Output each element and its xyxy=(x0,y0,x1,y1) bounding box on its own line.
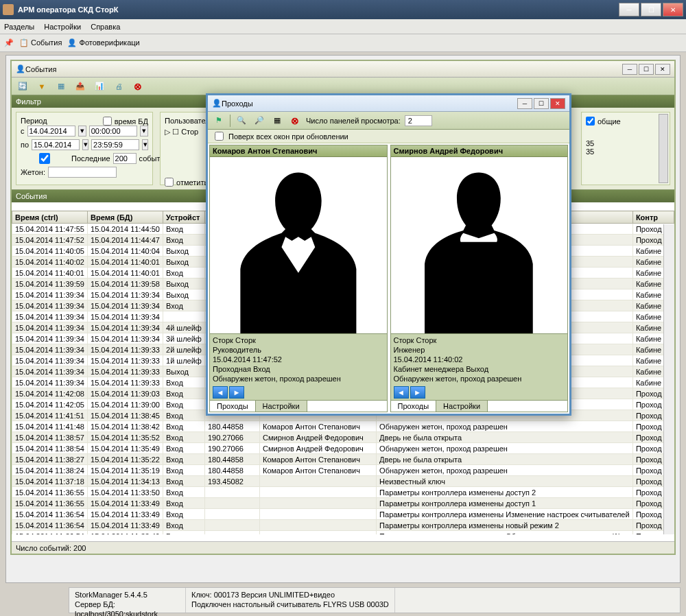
common-scroll[interactable] xyxy=(659,114,668,183)
date-to-dd[interactable]: ▾ xyxy=(82,139,88,150)
table-row[interactable]: 15.04.2014 11:38:2715.04.2014 11:35:22Вх… xyxy=(12,454,674,465)
common-group: общие 35 35 xyxy=(581,112,670,185)
time-from-dd[interactable]: ▾ xyxy=(140,126,148,137)
photo-tab[interactable]: 👤 Фотоверификаци xyxy=(67,38,139,47)
stop2-button[interactable]: ⊗ xyxy=(288,114,302,128)
col-time-ctrl[interactable]: Время (ctrl) xyxy=(12,211,88,224)
table-row[interactable]: 15.04.2014 11:36:5415.04.2014 11:33:49Вх… xyxy=(12,520,674,531)
panel2-tab-settings[interactable]: Настройки xyxy=(436,401,488,412)
panel1-prev[interactable]: ◄ xyxy=(213,386,228,399)
col-device[interactable]: Устройст xyxy=(163,211,205,224)
events-minimize[interactable]: ─ xyxy=(622,64,637,75)
menu-settings[interactable]: Настройки xyxy=(44,23,81,31)
date-to[interactable] xyxy=(32,139,80,150)
grid-scrollbar[interactable] xyxy=(663,224,674,534)
token-input[interactable] xyxy=(48,167,117,178)
col-time-db[interactable]: Время (БД) xyxy=(88,211,163,224)
main-toolbar: 📌 📋 События 👤 Фотоверификаци xyxy=(0,34,686,52)
flag-button[interactable]: ⚑ xyxy=(212,114,226,128)
refresh-button[interactable]: 🔄 xyxy=(16,80,29,93)
time-from[interactable] xyxy=(89,126,137,137)
zoom-out-button[interactable]: 🔎 xyxy=(252,114,266,128)
minimize-button[interactable]: ─ xyxy=(619,3,639,16)
panel1-tab-passes[interactable]: Проходы xyxy=(210,401,256,412)
table-row[interactable]: 15.04.2014 11:38:2415.04.2014 11:35:19Вх… xyxy=(12,465,674,476)
col-ctrl[interactable]: Контр xyxy=(632,211,674,224)
panel2-tab-passes[interactable]: Проходы xyxy=(391,401,437,412)
app-title: АРМ оператора СКД СторК xyxy=(18,5,619,14)
panels-count[interactable] xyxy=(405,115,432,126)
common-check[interactable] xyxy=(586,117,595,126)
last-count[interactable] xyxy=(113,153,137,164)
menu-sections[interactable]: Разделы xyxy=(4,23,34,31)
table-row[interactable]: 15.04.2014 11:38:5715.04.2014 11:35:52Вх… xyxy=(12,432,674,443)
panel1-tab-settings[interactable]: Настройки xyxy=(256,401,307,412)
panel1-info: Сторк Сторк Руководитель 15.04.2014 11:4… xyxy=(210,333,387,385)
table-row[interactable]: 15.04.2014 11:36:5415.04.2014 11:33:49Вх… xyxy=(12,531,674,535)
panel2-info: Сторк Сторк Инженер 15.04.2014 11:40:02 … xyxy=(391,333,568,385)
date-from[interactable] xyxy=(27,126,75,137)
events-close[interactable]: ✕ xyxy=(655,64,670,75)
app-icon xyxy=(3,4,14,15)
date-from-dd[interactable]: ▾ xyxy=(78,126,86,137)
pin-icon[interactable]: 📌 xyxy=(4,38,14,47)
events-maximize[interactable]: ☐ xyxy=(639,64,654,75)
panel-2: Смирнов Андрей Федорович Сторк Сторк Инж… xyxy=(390,145,569,412)
events-title: События xyxy=(25,65,621,73)
panel2-name: Смирнов Андрей Федорович xyxy=(391,145,568,157)
table-row[interactable]: 15.04.2014 11:36:5415.04.2014 11:33:49Вх… xyxy=(12,509,674,520)
mark-check[interactable] xyxy=(165,178,174,187)
events-titlebar: 👤 События ─ ☐ ✕ xyxy=(12,61,674,78)
filter-button[interactable]: ▼ xyxy=(35,80,49,93)
time-to[interactable] xyxy=(91,139,139,150)
events-tab[interactable]: 📋 События xyxy=(19,38,62,47)
menu-help[interactable]: Справка xyxy=(91,23,120,31)
panel1-next[interactable]: ► xyxy=(229,386,244,399)
passes-title: Проходы xyxy=(222,99,516,108)
app-titlebar: АРМ оператора СКД СторК ─ ☐ ✕ xyxy=(0,0,686,19)
last-check[interactable] xyxy=(21,153,69,164)
time-db-check[interactable] xyxy=(103,117,112,126)
ontop-check[interactable] xyxy=(215,132,224,141)
passes-maximize[interactable]: ☐ xyxy=(534,98,549,109)
passes-close[interactable]: ✕ xyxy=(550,98,565,109)
passes-minimize[interactable]: ─ xyxy=(517,98,532,109)
menu-bar: Разделы Настройки Справка xyxy=(0,19,686,34)
zoom-in-button[interactable]: 🔍 xyxy=(235,114,248,128)
passes-icon: 👤 xyxy=(212,99,222,108)
print-button[interactable]: 🖨 xyxy=(112,80,126,93)
passes-toolbar: ⚑ 🔍 🔎 ▦ ⊗ Число панелей просмотра: xyxy=(208,112,569,130)
panel1-name: Комаров Антон Степанович xyxy=(210,145,387,157)
time-to-dd[interactable]: ▾ xyxy=(142,139,148,150)
passes-subbar: Поверх всех окон при обновлении xyxy=(208,130,569,143)
panel2-prev[interactable]: ◄ xyxy=(394,386,409,399)
maximize-button[interactable]: ☐ xyxy=(641,3,661,16)
count-bar: Число событий: 200 xyxy=(12,541,674,554)
period-label: Период xyxy=(21,117,47,126)
period-group: Период время БД с ▾ ▾ по ▾ ▾ Последние с… xyxy=(16,112,153,185)
panel-1: Комаров Антон Степанович Сторк Сторк Рук… xyxy=(209,145,388,412)
status-bar: StorkManager 5.4.4.5 Сервер БД: localhos… xyxy=(69,587,681,613)
passes-titlebar[interactable]: 👤 Проходы ─ ☐ ✕ xyxy=(208,95,569,112)
panel2-next[interactable]: ► xyxy=(410,386,425,399)
table-row[interactable]: 15.04.2014 11:36:5515.04.2014 11:33:49Вх… xyxy=(12,498,674,509)
panel1-photo xyxy=(210,157,387,333)
table-row[interactable]: 15.04.2014 11:38:5415.04.2014 11:35:49Вх… xyxy=(12,443,674,454)
grid2-button[interactable]: ▦ xyxy=(270,114,284,128)
table-row[interactable]: 15.04.2014 11:36:5515.04.2014 11:33:50Вх… xyxy=(12,487,674,498)
stop-button[interactable]: ⊗ xyxy=(131,80,145,93)
close-button[interactable]: ✕ xyxy=(663,3,683,16)
grid-button[interactable]: ▦ xyxy=(54,80,68,93)
export-button[interactable]: 📤 xyxy=(73,80,87,93)
table-row[interactable]: 15.04.2014 11:37:1815.04.2014 11:34:13Вх… xyxy=(12,476,674,487)
passes-window: 👤 Проходы ─ ☐ ✕ ⚑ 🔍 🔎 ▦ ⊗ Число панелей … xyxy=(206,93,571,416)
events-icon: 👤 xyxy=(16,64,25,73)
table-row[interactable]: 15.04.2014 11:41:4815.04.2014 11:38:42Вх… xyxy=(12,421,674,432)
panel2-photo xyxy=(391,157,568,333)
columns-button[interactable]: 📊 xyxy=(93,80,106,93)
